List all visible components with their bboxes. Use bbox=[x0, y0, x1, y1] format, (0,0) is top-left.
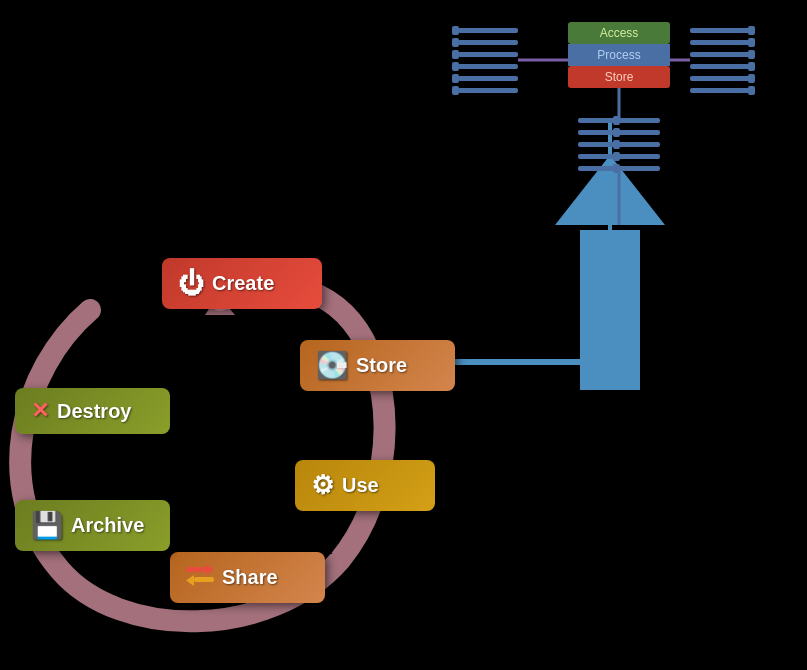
store-label: Store bbox=[356, 354, 407, 377]
create-label: Create bbox=[212, 272, 274, 295]
archive-icon: 💾 bbox=[31, 510, 63, 541]
svg-rect-43 bbox=[613, 140, 620, 149]
destroy-button[interactable]: ✕ Destroy bbox=[15, 388, 170, 434]
svg-rect-14 bbox=[452, 74, 459, 83]
archive-label: Archive bbox=[71, 514, 144, 537]
svg-text:Store: Store bbox=[605, 70, 634, 84]
archive-button[interactable]: 💾 Archive bbox=[15, 500, 170, 551]
svg-text:Access: Access bbox=[600, 26, 639, 40]
svg-rect-12 bbox=[452, 62, 459, 71]
svg-rect-47 bbox=[613, 164, 620, 173]
store-icon: 💽 bbox=[316, 350, 348, 381]
svg-rect-24 bbox=[748, 62, 755, 71]
use-label: Use bbox=[342, 474, 379, 497]
use-button[interactable]: ⚙ Use bbox=[295, 460, 435, 511]
destroy-label: Destroy bbox=[57, 400, 131, 423]
svg-rect-21 bbox=[690, 52, 750, 57]
svg-rect-20 bbox=[748, 38, 755, 47]
svg-rect-5 bbox=[458, 28, 518, 33]
svg-rect-25 bbox=[690, 76, 750, 81]
svg-marker-3 bbox=[580, 230, 640, 390]
diagram-container: Access Process Store ⏻ Create 💽 Store ⚙ … bbox=[0, 0, 807, 670]
svg-rect-27 bbox=[690, 88, 750, 93]
svg-rect-18 bbox=[748, 26, 755, 35]
store-button[interactable]: 💽 Store bbox=[300, 340, 455, 391]
svg-rect-40 bbox=[578, 130, 660, 135]
svg-overlay: Access Process Store bbox=[0, 0, 807, 670]
svg-rect-8 bbox=[452, 38, 459, 47]
svg-rect-51 bbox=[194, 577, 214, 582]
svg-rect-9 bbox=[458, 52, 518, 57]
svg-rect-7 bbox=[458, 40, 518, 45]
svg-marker-52 bbox=[186, 575, 194, 586]
svg-rect-33 bbox=[568, 66, 670, 88]
svg-text:Process: Process bbox=[597, 48, 640, 62]
svg-rect-26 bbox=[748, 74, 755, 83]
svg-rect-46 bbox=[578, 166, 660, 171]
svg-rect-19 bbox=[690, 40, 750, 45]
share-label: Share bbox=[222, 566, 278, 589]
svg-rect-38 bbox=[578, 118, 660, 123]
svg-rect-44 bbox=[578, 154, 660, 159]
svg-rect-45 bbox=[613, 152, 620, 161]
svg-marker-50 bbox=[206, 564, 214, 575]
svg-marker-4 bbox=[555, 155, 665, 225]
svg-rect-41 bbox=[613, 128, 620, 137]
svg-rect-6 bbox=[452, 26, 459, 35]
svg-rect-13 bbox=[458, 76, 518, 81]
svg-rect-23 bbox=[690, 64, 750, 69]
share-icon bbox=[186, 562, 214, 593]
svg-rect-11 bbox=[458, 64, 518, 69]
svg-rect-42 bbox=[578, 142, 660, 147]
svg-rect-31 bbox=[568, 22, 670, 44]
svg-rect-32 bbox=[568, 44, 670, 66]
svg-rect-16 bbox=[452, 86, 459, 95]
svg-rect-17 bbox=[690, 28, 750, 33]
svg-rect-22 bbox=[748, 50, 755, 59]
create-button[interactable]: ⏻ Create bbox=[162, 258, 322, 309]
svg-rect-49 bbox=[186, 567, 206, 572]
svg-rect-15 bbox=[458, 88, 518, 93]
create-icon: ⏻ bbox=[178, 268, 204, 299]
share-button[interactable]: Share bbox=[170, 552, 325, 603]
destroy-icon: ✕ bbox=[31, 398, 49, 424]
use-icon: ⚙ bbox=[311, 470, 334, 501]
svg-rect-10 bbox=[452, 50, 459, 59]
svg-rect-39 bbox=[613, 116, 620, 125]
svg-rect-28 bbox=[748, 86, 755, 95]
